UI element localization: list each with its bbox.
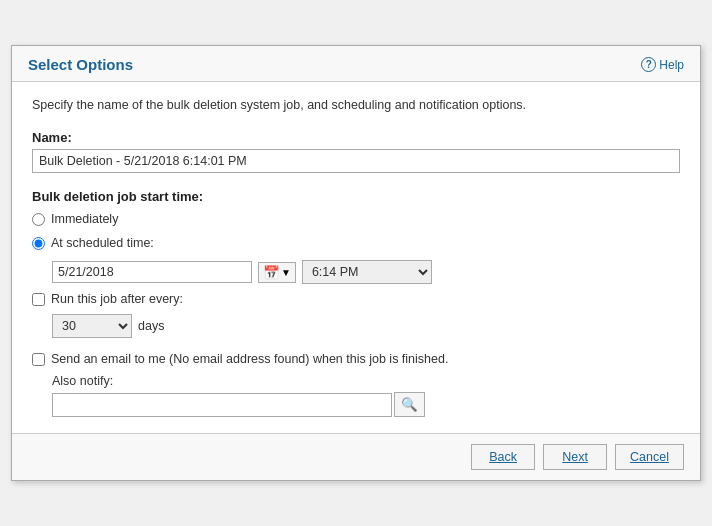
date-input[interactable] (52, 261, 252, 283)
email-checkbox[interactable] (32, 353, 45, 366)
immediately-radio-row: Immediately (32, 212, 680, 226)
start-time-label: Bulk deletion job start time: (32, 189, 680, 204)
calendar-button[interactable]: 📅 ▼ (258, 262, 296, 283)
date-time-row: 📅 ▼ 6:14 PM (52, 260, 680, 284)
lookup-button[interactable]: 🔍 (394, 392, 425, 417)
scheduled-radio[interactable] (32, 237, 45, 250)
email-label[interactable]: Send an email to me (No email address fo… (51, 352, 448, 366)
calendar-dropdown-icon: ▼ (281, 267, 291, 278)
lookup-icon: 🔍 (401, 397, 418, 412)
calendar-icon: 📅 (263, 265, 280, 280)
days-label: days (138, 319, 164, 333)
dialog-footer: Back Next Cancel (12, 433, 700, 480)
description-text: Specify the name of the bulk deletion sy… (32, 98, 680, 112)
name-label: Name: (32, 130, 680, 145)
days-row: 30 days (52, 314, 680, 338)
select-options-dialog: Select Options ? Help Specify the name o… (11, 45, 701, 481)
notify-input-row: 🔍 (52, 392, 680, 417)
email-section: Send an email to me (No email address fo… (32, 352, 680, 417)
next-button[interactable]: Next (543, 444, 607, 470)
help-label: Help (659, 58, 684, 72)
run-after-every-row: Run this job after every: (32, 292, 680, 306)
run-after-checkbox[interactable] (32, 293, 45, 306)
scheduled-radio-row: At scheduled time: (32, 236, 680, 250)
dialog-header: Select Options ? Help (12, 46, 700, 82)
email-checkbox-row: Send an email to me (No email address fo… (32, 352, 680, 366)
dialog-title: Select Options (28, 56, 133, 73)
help-link[interactable]: ? Help (641, 57, 684, 72)
immediately-label[interactable]: Immediately (51, 212, 118, 226)
run-after-label[interactable]: Run this job after every: (51, 292, 183, 306)
also-notify-label: Also notify: (52, 374, 680, 388)
days-select[interactable]: 30 (52, 314, 132, 338)
cancel-button[interactable]: Cancel (615, 444, 684, 470)
dialog-body: Specify the name of the bulk deletion sy… (12, 82, 700, 433)
help-icon: ? (641, 57, 656, 72)
time-select[interactable]: 6:14 PM (302, 260, 432, 284)
immediately-radio[interactable] (32, 213, 45, 226)
name-input[interactable] (32, 149, 680, 173)
notify-input[interactable] (52, 393, 392, 417)
scheduled-label[interactable]: At scheduled time: (51, 236, 154, 250)
back-button[interactable]: Back (471, 444, 535, 470)
